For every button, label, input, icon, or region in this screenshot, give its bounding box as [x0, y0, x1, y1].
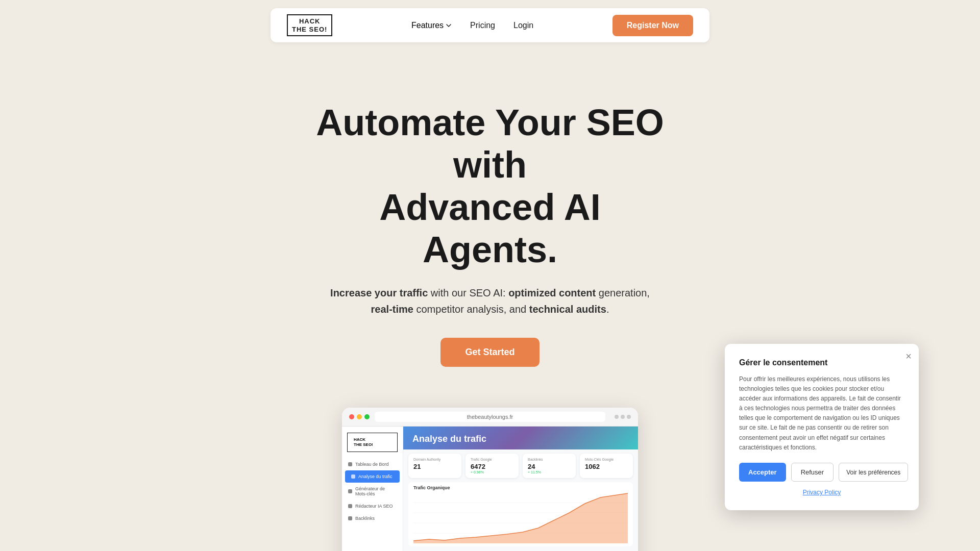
browser-url: thebeautyloungs.fr	[375, 412, 605, 422]
metric-change-bl: + 11.5%	[528, 470, 571, 474]
dot-red	[349, 414, 354, 419]
sidebar-item-analyse[interactable]: Analyse du trafic	[345, 470, 400, 483]
sidebar-logo: HACKTHE SEO!	[347, 433, 398, 452]
metric-label-bl: Backlinks	[528, 458, 571, 461]
consent-body: Pour offrir les meilleures expériences, …	[739, 374, 904, 453]
backlinks-icon	[348, 516, 352, 520]
login-link[interactable]: Login	[513, 21, 533, 30]
nav-wrapper: HACK THE SEO! Features Pricing Login Reg…	[0, 0, 980, 51]
chart-area: Trafic Organique	[408, 482, 633, 546]
metric-domain-authority: Domain Authority 21	[408, 454, 461, 478]
features-menu[interactable]: Features	[411, 21, 452, 30]
nav-links: Features Pricing Login	[411, 21, 533, 30]
sidebar-item-backlinks[interactable]: Backlinks	[342, 512, 403, 524]
browser-bar: thebeautyloungs.fr	[342, 408, 638, 427]
consent-banner: × Gérer le consentement Pour offrir les …	[725, 344, 919, 511]
metric-backlinks: Backlinks 24 + 11.5%	[523, 454, 576, 478]
hero-subtext: Increase your traffic with our SEO AI: o…	[327, 285, 653, 317]
dashboard-preview: thebeautyloungs.fr HACKTHE SEO! Tableau …	[342, 408, 638, 551]
browser-dots	[349, 414, 370, 419]
consent-prefs-button[interactable]: Voir les préférences	[839, 463, 908, 482]
generateur-icon	[348, 489, 352, 493]
dashboard-icon	[348, 462, 352, 466]
metric-keywords: Mots-Clés Google 1062	[580, 454, 633, 478]
consent-title: Gérer le consentement	[739, 358, 904, 367]
browser-icon-1	[615, 415, 619, 419]
get-started-button[interactable]: Get Started	[440, 338, 539, 367]
metric-value-kw: 1062	[585, 463, 628, 470]
register-button[interactable]: Register Now	[612, 15, 693, 36]
dashboard-inner: HACKTHE SEO! Tableau de Bord Analyse du …	[342, 427, 638, 551]
analyse-icon	[351, 474, 355, 479]
traffic-title: Analyse du trafic	[412, 434, 629, 444]
dot-yellow	[357, 414, 362, 419]
hero-heading: Automate Your SEO with Advanced AI Agent…	[311, 102, 669, 270]
traffic-chart	[413, 492, 628, 543]
metric-label-tg: Trafic Google	[471, 458, 513, 461]
consent-refuse-button[interactable]: Refuser	[791, 463, 834, 482]
dashboard-sidebar: HACKTHE SEO! Tableau de Bord Analyse du …	[342, 427, 403, 551]
chart-title: Trafic Organique	[413, 485, 628, 490]
dot-green	[364, 414, 370, 419]
sidebar-item-generateur[interactable]: Générateur de Mots-clés	[342, 483, 403, 500]
metric-value-bl: 24	[528, 463, 571, 470]
chart-svg-wrap	[413, 492, 628, 543]
metric-change-tg: + 0.96%	[471, 470, 513, 474]
metric-value-da: 21	[413, 463, 456, 470]
consent-accept-button[interactable]: Accepter	[739, 463, 786, 482]
metric-label-kw: Mots-Clés Google	[585, 458, 628, 461]
pricing-link[interactable]: Pricing	[470, 21, 495, 30]
metrics-row: Domain Authority 21 Trafic Google 6472 +…	[403, 449, 638, 482]
privacy-policy-link[interactable]: Privacy Policy	[739, 489, 904, 496]
features-label: Features	[411, 21, 444, 30]
dashboard-main: Analyse du trafic Domain Authority 21 Tr…	[403, 427, 638, 551]
metric-label-da: Domain Authority	[413, 458, 456, 461]
close-consent-button[interactable]: ×	[905, 351, 912, 361]
metric-value-tg: 6472	[471, 463, 513, 470]
traffic-header: Analyse du trafic	[403, 427, 638, 449]
main-nav: HACK THE SEO! Features Pricing Login Reg…	[271, 8, 709, 42]
metric-traffic-google: Trafic Google 6472 + 0.96%	[465, 454, 519, 478]
logo-line1: HACK	[299, 17, 321, 26]
redacteur-icon	[348, 504, 352, 508]
browser-icon-3	[627, 415, 631, 419]
consent-actions: Accepter Refuser Voir les préférences	[739, 463, 904, 482]
chevron-down-icon	[446, 22, 452, 29]
sidebar-item-tableau[interactable]: Tableau de Bord	[342, 458, 403, 470]
sidebar-item-redacteur[interactable]: Rédacteur IA SEO	[342, 500, 403, 512]
logo[interactable]: HACK THE SEO!	[287, 14, 332, 36]
browser-icon-2	[621, 415, 625, 419]
logo-line2: THE SEO!	[292, 26, 327, 34]
